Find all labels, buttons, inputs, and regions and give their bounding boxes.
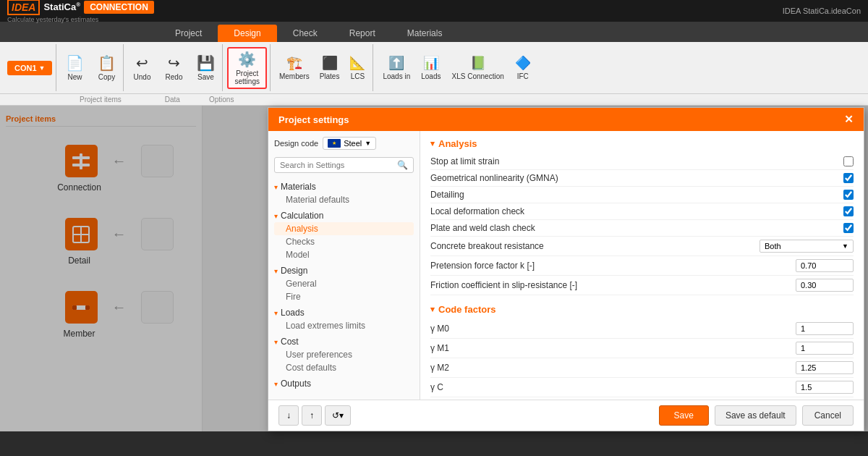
idea-logo-box: IDEA StatiCa® CONNECTION Calculate yeste… [7, 0, 154, 23]
project-items-label: Project items [58, 94, 143, 105]
setting-row-stop-strain: Stop at limit strain [430, 153, 854, 170]
setting-row-gm1: γ M1 [430, 339, 854, 358]
setting-row-plate-weld: Plate and weld clash check [430, 220, 854, 237]
footer-nav-buttons: ↓ ↑ ↺▾ [278, 405, 653, 426]
tree-item-cost-defaults[interactable]: Cost defaults [274, 361, 414, 374]
tab-report[interactable]: Report [333, 25, 391, 42]
gm2-input[interactable] [796, 361, 854, 374]
friction-input[interactable] [796, 279, 854, 292]
analysis-section-header: ▾ Analysis [430, 138, 854, 149]
pretension-input[interactable] [796, 259, 854, 272]
extra-toolbar-buttons: 🏗️ Members ⬛ Plates 📐 LCS [272, 44, 373, 91]
setting-row-concrete: Concrete breakout resistance Both ▼ [430, 237, 854, 256]
nav-refresh-button[interactable]: ↺▾ [325, 405, 351, 426]
chevron-down-icon: ▼ [842, 242, 848, 250]
nav-up-button[interactable]: ↑ [302, 405, 322, 426]
xls-conn-button[interactable]: 📗 XLS Connection [448, 47, 509, 89]
tree-section-header-materials[interactable]: ▾ Materials [274, 180, 414, 193]
loads-button[interactable]: 📊 Loads [417, 47, 445, 89]
chevron-down-icon: ▾ [274, 267, 278, 275]
plates-button[interactable]: ⬛ Plates [315, 47, 344, 89]
tab-check[interactable]: Check [277, 25, 333, 42]
tab-materials[interactable]: Materials [391, 25, 459, 42]
save-button[interactable]: Save [659, 405, 709, 426]
settings-search-box[interactable]: 🔍 [274, 157, 414, 173]
tree-item-fire[interactable]: Fire [274, 290, 414, 303]
tree-item-checks[interactable]: Checks [274, 235, 414, 248]
copy-icon: 📋 [98, 54, 116, 72]
chevron-down-icon: ▾ [430, 305, 435, 314]
setting-row-local-deformation: Local deformation check [430, 203, 854, 220]
gc-input[interactable] [796, 381, 854, 394]
gmna-checkbox[interactable] [843, 173, 854, 183]
project-settings-group: ⚙️ Projectsettings [224, 44, 270, 91]
tree-section-header-cost[interactable]: ▾ Cost [274, 335, 414, 348]
search-icon: 🔍 [397, 160, 408, 170]
plate-weld-label: Plate and weld clash check [430, 223, 535, 233]
tree-item-load-extremes[interactable]: Load extremes limits [274, 319, 414, 332]
loads-in-button[interactable]: ⬆️ Loads in [378, 47, 414, 89]
ifc-button[interactable]: 🔷 IFC [511, 47, 535, 89]
save-button[interactable]: 💾 Save [190, 47, 221, 89]
nav-down-button[interactable]: ↓ [278, 405, 299, 426]
connection-badge: CONNECTION [84, 1, 154, 14]
analysis-title: Analysis [438, 138, 477, 149]
cancel-button[interactable]: Cancel [802, 405, 854, 426]
gmna-label: Geometrical nonlinearity (GMNA) [430, 173, 558, 183]
loads-section-label: Loads [281, 308, 305, 318]
plate-weld-checkbox[interactable] [843, 223, 854, 233]
tree-section-header-design[interactable]: ▾ Design [274, 264, 414, 277]
detailing-checkbox[interactable] [843, 190, 854, 200]
tree-item-user-preferences[interactable]: User preferences [274, 348, 414, 361]
tree-section-header-calculation[interactable]: ▾ Calculation [274, 209, 414, 222]
loads-icon: 📊 [423, 55, 439, 71]
top-bar: IDEA StatiCa® CONNECTION Calculate yeste… [0, 0, 868, 22]
setting-row-pretension: Pretension force factor k [-] [430, 256, 854, 276]
tree-section-header-outputs[interactable]: ▾ Outputs [274, 377, 414, 390]
tree-section-header-loads[interactable]: ▾ Loads [274, 306, 414, 319]
concrete-value: Both [765, 242, 781, 250]
chevron-down-icon: ▾ [274, 183, 278, 191]
tree-item-model[interactable]: Model [274, 248, 414, 261]
save-as-default-button[interactable]: Save as default [715, 405, 796, 426]
design-code-row: Design code ★ Steel ▼ [274, 137, 414, 150]
tab-design[interactable]: Design [218, 25, 276, 42]
design-section-label: Design [281, 266, 307, 276]
stop-strain-checkbox[interactable] [843, 156, 854, 166]
data-label: Data [143, 94, 202, 105]
toolbar: Save CON1 ▼ 📄 New 📋 Copy ↩ Undo ↪ Redo 💾… [0, 42, 868, 94]
ifc-icon: 🔷 [515, 55, 531, 71]
modal-body: Design code ★ Steel ▼ 🔍 ▾ Mate [268, 131, 864, 400]
tab-project[interactable]: Project [159, 25, 218, 42]
gm0-input[interactable] [796, 322, 854, 335]
design-code-select[interactable]: ★ Steel ▼ [323, 137, 376, 150]
stop-strain-label: Stop at limit strain [430, 156, 499, 166]
local-deformation-checkbox[interactable] [843, 206, 854, 216]
pretension-label: Pretension force factor k [-] [430, 261, 535, 271]
tree-item-general[interactable]: General [274, 277, 414, 290]
close-icon[interactable]: ✕ [844, 113, 854, 126]
modal-footer: ↓ ↑ ↺▾ Save Save as default Cancel [268, 400, 864, 431]
project-settings-button[interactable]: ⚙️ Projectsettings [227, 47, 266, 89]
copy-button[interactable]: 📋 Copy [91, 47, 122, 89]
logo-area: IDEA StatiCa® CONNECTION Calculate yeste… [7, 0, 154, 23]
gc-label: γ C [430, 382, 443, 392]
con-selector-group: Save CON1 ▼ [4, 44, 56, 91]
concrete-select[interactable]: Both ▼ [760, 240, 854, 253]
label-spacer [0, 94, 58, 105]
chevron-down-icon: ▼ [365, 140, 371, 147]
tree-item-material-defaults[interactable]: Material defaults [274, 193, 414, 206]
lcs-button[interactable]: 📐 LCS [345, 47, 370, 89]
undo-button[interactable]: ↩ Undo [127, 47, 157, 89]
setting-row-gm0: γ M0 [430, 319, 854, 339]
gm1-input[interactable] [796, 342, 854, 355]
tree-item-analysis[interactable]: Analysis [274, 222, 414, 235]
redo-icon: ↪ [168, 54, 180, 72]
con-selector[interactable]: Save CON1 ▼ [7, 61, 52, 75]
members-button[interactable]: 🏗️ Members [275, 47, 314, 89]
new-button[interactable]: 📄 New [59, 47, 90, 89]
redo-button[interactable]: ↪ Redo [158, 47, 189, 89]
search-input[interactable] [280, 161, 394, 169]
setting-row-gc: γ C [430, 378, 854, 397]
design-code-value: Steel [344, 139, 362, 148]
